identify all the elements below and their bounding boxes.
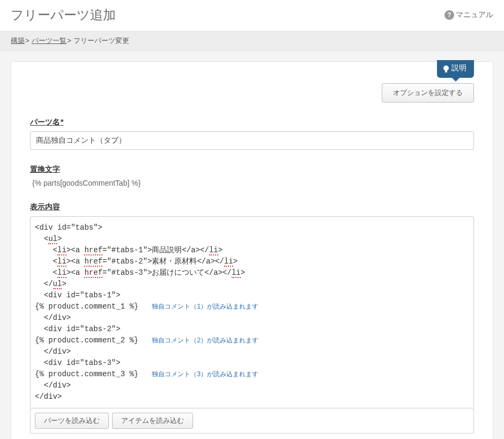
code-toolbar: パーツを読み込む アイテムを読み込む (30, 408, 474, 434)
field-parts-name: パーツ名 (30, 118, 474, 150)
options-button[interactable]: オプションを設定する (382, 83, 474, 103)
breadcrumb: 構築> パーツ一覧> フリーパーツ変更 (0, 31, 504, 50)
parts-name-label: パーツ名 (30, 118, 474, 127)
load-items-button[interactable]: アイテムを読み込む (112, 413, 193, 429)
field-content: 表示内容 <div id="tabs"> <ul> <li><a href="#… (30, 202, 474, 434)
replace-label: 置換文字 (30, 165, 474, 174)
breadcrumb-link[interactable]: パーツ一覧 (32, 36, 66, 45)
content-textarea[interactable]: <div id="tabs"> <ul> <li><a href="#tabs-… (30, 216, 474, 408)
form-card: 説明 オプションを設定する パーツ名 置換文字 {% parts[goodsCo… (11, 61, 493, 439)
help-badge[interactable]: 説明 (437, 60, 474, 78)
header-bar: フリーパーツ追加 ? マニュアル (0, 0, 504, 31)
manual-label: マニュアル (456, 10, 493, 20)
replace-value: {% parts[goodsCommentTab] %} (30, 179, 474, 187)
field-replace: 置換文字 {% parts[goodsCommentTab] %} (30, 165, 474, 187)
page-title: フリーパーツ追加 (11, 6, 116, 24)
manual-link[interactable]: ? マニュアル (444, 10, 493, 20)
breadcrumb-current: フリーパーツ変更 (73, 36, 129, 45)
content-label: 表示内容 (30, 202, 474, 212)
load-parts-button[interactable]: パーツを読み込む (35, 413, 109, 429)
breadcrumb-link[interactable]: 構築 (11, 36, 25, 45)
parts-name-input[interactable] (30, 131, 474, 150)
lightbulb-icon (443, 65, 449, 71)
question-icon: ? (444, 10, 454, 20)
help-badge-label: 説明 (451, 63, 466, 73)
